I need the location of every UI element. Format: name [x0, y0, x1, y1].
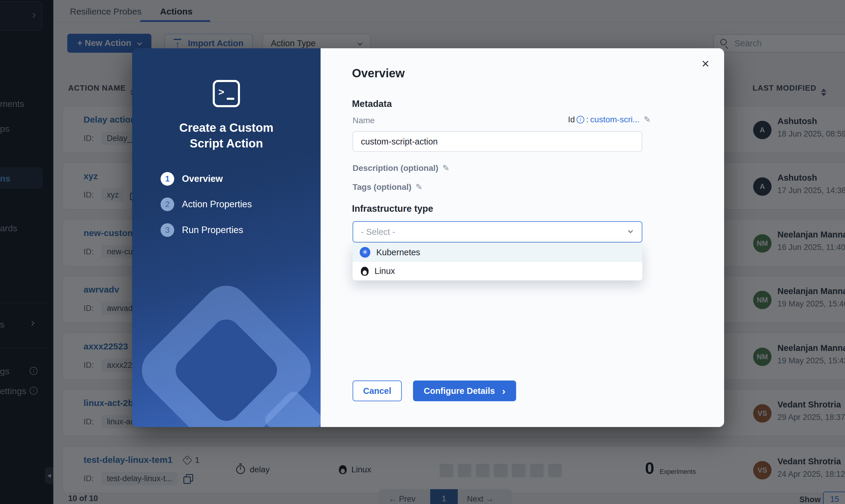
modal-body: × Overview Metadata Name Id i : custom-s…	[321, 48, 724, 427]
terminal-icon: >	[213, 80, 240, 107]
name-label: Name	[353, 116, 375, 125]
option-label: Linux	[374, 266, 395, 276]
id-separator: :	[586, 115, 588, 124]
infrastructure-type-select[interactable]: - Select -	[353, 221, 642, 242]
option-linux[interactable]: Linux	[353, 262, 642, 281]
option-label: Kubernetes	[376, 248, 420, 257]
linux-icon	[361, 267, 369, 276]
modal-title: Create a Custom Script Action	[161, 120, 292, 151]
edit-description-pencil-icon[interactable]: ✎	[442, 163, 449, 173]
id-label: Id	[568, 115, 575, 124]
configure-details-button[interactable]: Configure Details ›	[413, 380, 516, 401]
chevron-right-icon: ›	[502, 385, 505, 396]
step-number: 2	[161, 198, 174, 211]
select-placeholder: - Select -	[361, 227, 395, 237]
step-number: 1	[161, 172, 174, 186]
tags-label: Tags (optional) ✎	[353, 182, 423, 192]
edit-tags-pencil-icon[interactable]: ✎	[416, 182, 423, 192]
app-root: ments ps ns ards s gs i ettings i ◀ Resi…	[0, 0, 845, 504]
option-kubernetes[interactable]: ✳ Kubernetes	[353, 243, 642, 262]
chevron-down-icon	[628, 228, 633, 233]
wizard-step-action-properties[interactable]: 2 Action Properties	[161, 198, 252, 211]
wizard-step-overview[interactable]: 1 Overview	[161, 172, 223, 186]
modal-left-panel: > Create a Custom Script Action 1 Overvi…	[132, 48, 321, 427]
step-label: Overview	[182, 174, 223, 184]
wizard-step-run-properties[interactable]: 3 Run Properties	[161, 223, 243, 237]
name-input[interactable]	[353, 131, 642, 152]
create-custom-script-action-modal: > Create a Custom Script Action 1 Overvi…	[132, 48, 724, 427]
edit-id-pencil-icon[interactable]: ✎	[644, 114, 651, 124]
close-icon[interactable]: ×	[702, 57, 709, 70]
kubernetes-icon: ✳	[360, 247, 370, 258]
infrastructure-dropdown: ✳ Kubernetes Linux	[353, 243, 642, 281]
description-label: Description (optional) ✎	[353, 163, 450, 173]
info-icon[interactable]: i	[577, 116, 584, 124]
overview-heading: Overview	[352, 67, 405, 80]
step-number: 3	[161, 223, 174, 237]
cancel-button[interactable]: Cancel	[353, 380, 402, 401]
step-label: Action Properties	[182, 199, 252, 210]
metadata-heading: Metadata	[352, 98, 392, 109]
id-row: Id i : custom-scri... ✎	[568, 114, 651, 124]
infrastructure-type-heading: Infrastructure type	[352, 203, 433, 214]
configure-details-label: Configure Details	[424, 386, 495, 396]
step-label: Run Properties	[182, 225, 243, 235]
id-value-link[interactable]: custom-scri...	[590, 115, 639, 124]
